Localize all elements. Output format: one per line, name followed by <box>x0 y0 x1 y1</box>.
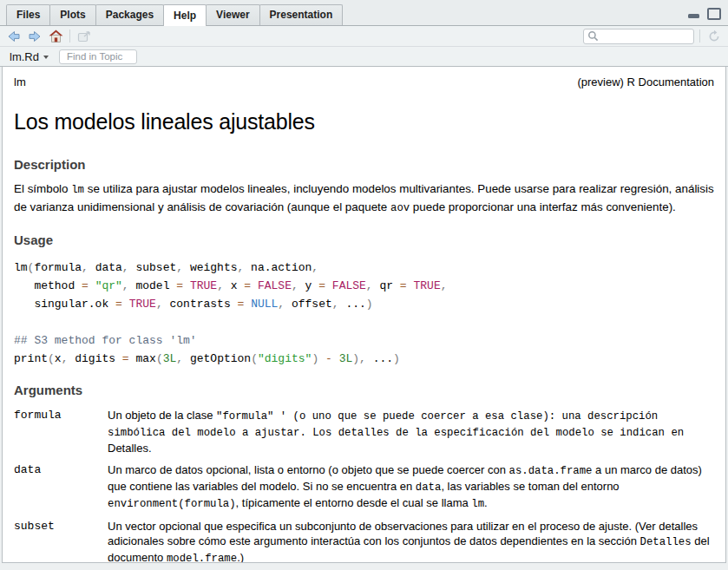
topic-bar: lm.Rd <box>0 47 728 67</box>
forward-icon <box>28 30 42 43</box>
help-toolbar <box>0 26 728 47</box>
argument-row: data Un marco de datos opcional, lista o… <box>14 462 714 512</box>
window-controls <box>688 8 721 20</box>
search-icon <box>587 30 599 42</box>
tab-help[interactable]: Help <box>163 4 207 26</box>
doc-header: lm (preview) R Documentation <box>14 75 714 88</box>
tab-plots[interactable]: Plots <box>49 4 95 25</box>
page-title: Los modelos lineales ajustables <box>14 109 714 134</box>
arguments-heading: Arguments <box>14 383 714 397</box>
argument-row: subset Un vector opcional que especifica… <box>14 519 714 563</box>
back-button[interactable] <box>5 28 23 45</box>
back-icon <box>7 30 21 43</box>
argument-name: subset <box>14 519 108 563</box>
help-pane-window: Files Plots Packages Help Viewer Present… <box>0 0 728 570</box>
open-in-new-window-icon <box>77 30 91 43</box>
search-input[interactable] <box>601 29 690 43</box>
maximize-icon[interactable] <box>707 8 721 20</box>
pane-tab-strip: Files Plots Packages Help Viewer Present… <box>0 0 728 26</box>
description-paragraph: El símbolo lm se utiliza para ajustar mo… <box>14 180 714 217</box>
open-in-new-window-button[interactable] <box>75 28 93 45</box>
tab-presentation[interactable]: Presentation <box>259 4 344 25</box>
usage-code-block: lm(formula, data, subset, weights, na.ac… <box>14 259 714 368</box>
home-button[interactable] <box>47 28 64 45</box>
tab-viewer[interactable]: Viewer <box>206 4 259 25</box>
home-icon <box>49 29 63 43</box>
argument-description: Un vector opcional que especifica un sub… <box>108 519 714 563</box>
topic-selector[interactable]: lm.Rd <box>10 50 49 63</box>
argument-name: formula <box>14 408 108 455</box>
help-document: lm (preview) R Documentation Los modelos… <box>2 67 726 563</box>
toolbar-separator <box>699 29 700 43</box>
refresh-button[interactable] <box>705 28 723 45</box>
argument-description: Un objeto de la clase "formula" ' (o uno… <box>108 408 714 455</box>
argument-name: data <box>14 462 108 512</box>
toolbar-separator <box>69 29 70 43</box>
argument-row: formula Un objeto de la clase "formula" … <box>14 408 714 455</box>
doc-topic-name: lm <box>14 75 26 88</box>
topic-selector-label: lm.Rd <box>10 50 39 63</box>
doc-header-right: (preview) R Documentation <box>577 75 714 88</box>
chevron-down-icon <box>43 56 49 59</box>
argument-description: Un marco de datos opcional, lista o ento… <box>108 462 714 512</box>
help-search-box[interactable] <box>583 29 694 44</box>
description-heading: Description <box>14 157 714 172</box>
minimize-icon[interactable] <box>688 14 699 18</box>
tab-packages[interactable]: Packages <box>95 4 164 25</box>
arguments-table: formula Un objeto de la clase "formula" … <box>14 408 714 563</box>
usage-heading: Usage <box>14 233 714 247</box>
find-in-topic-input[interactable] <box>59 49 137 64</box>
forward-button[interactable] <box>26 28 43 45</box>
refresh-icon <box>707 29 721 43</box>
tab-files[interactable]: Files <box>6 4 50 25</box>
